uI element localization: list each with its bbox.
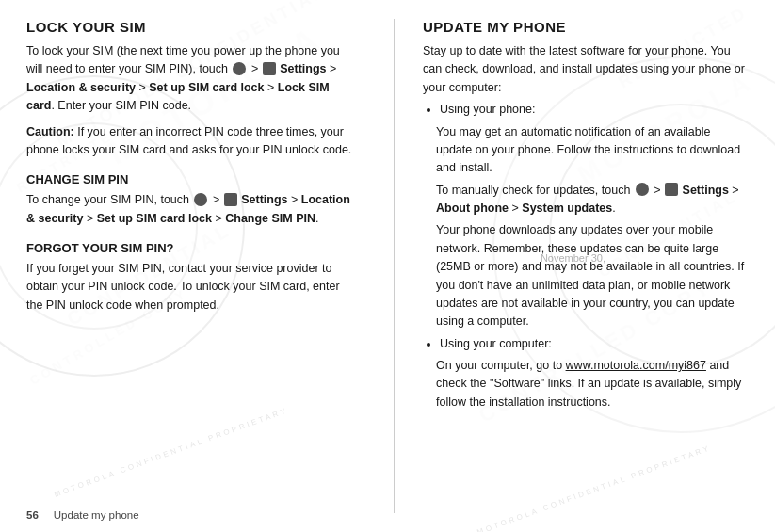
change-sim-pin-body: To change your SIM PIN, touch > Settings… [26, 191, 356, 228]
bullet-computer-text: On your computer, go to www.motorola.com… [436, 357, 749, 411]
lock-sim-title: LOCK YOUR SIM [26, 19, 356, 35]
forgot-sim-pin-title: FORGOT YOUR SIM PIN? [26, 241, 356, 255]
page-content: LOCK YOUR SIM To lock your SIM (the next… [0, 0, 775, 532]
update-phone-title: UPDATE MY PHONE [423, 19, 749, 35]
left-column: LOCK YOUR SIM To lock your SIM (the next… [26, 19, 384, 513]
section-forgot-sim-pin: FORGOT YOUR SIM PIN? If you forget your … [26, 241, 356, 314]
bullet-phone-text-1: You may get an automatic notification of… [436, 123, 749, 178]
column-divider [394, 19, 395, 513]
bullet-using-phone: Using your phone: You may get an automat… [440, 101, 749, 331]
bullet-phone-text-2: To manually check for updates, touch > S… [436, 182, 749, 218]
menu-icon-3 [636, 183, 649, 196]
section-change-sim-pin: CHANGE SIM PIN To change your SIM PIN, t… [26, 172, 356, 228]
settings-icon-2 [224, 193, 237, 206]
motorola-link: www.motorola.com/myi867 [566, 359, 706, 372]
change-sim-pin-title: CHANGE SIM PIN [26, 172, 356, 186]
menu-icon-2 [194, 193, 207, 206]
bullet-phone-text-3: Your phone downloads any updates over yo… [436, 221, 749, 330]
bullet-phone-heading: Using your phone: [440, 103, 535, 116]
date-stamp: November 30, [541, 252, 605, 264]
update-phone-intro: Stay up to date with the latest software… [423, 42, 749, 97]
bullet-computer-heading: Using your computer: [440, 337, 552, 350]
section-lock-sim: LOCK YOUR SIM To lock your SIM (the next… [26, 19, 356, 159]
section-update-phone: UPDATE MY PHONE Stay up to date with the… [423, 19, 749, 411]
bullet-using-computer: Using your computer: On your computer, g… [440, 335, 749, 412]
menu-icon-1 [233, 62, 246, 75]
forgot-sim-pin-body: If you forget your SIM PIN, contact your… [26, 260, 356, 314]
right-column: UPDATE MY PHONE Stay up to date with the… [404, 19, 749, 513]
lock-sim-body-1: To lock your SIM (the next time you powe… [26, 42, 356, 116]
caution-text: Caution: If you enter an incorrect PIN c… [26, 123, 356, 160]
settings-icon-3 [665, 183, 678, 196]
settings-icon-1 [263, 62, 276, 75]
